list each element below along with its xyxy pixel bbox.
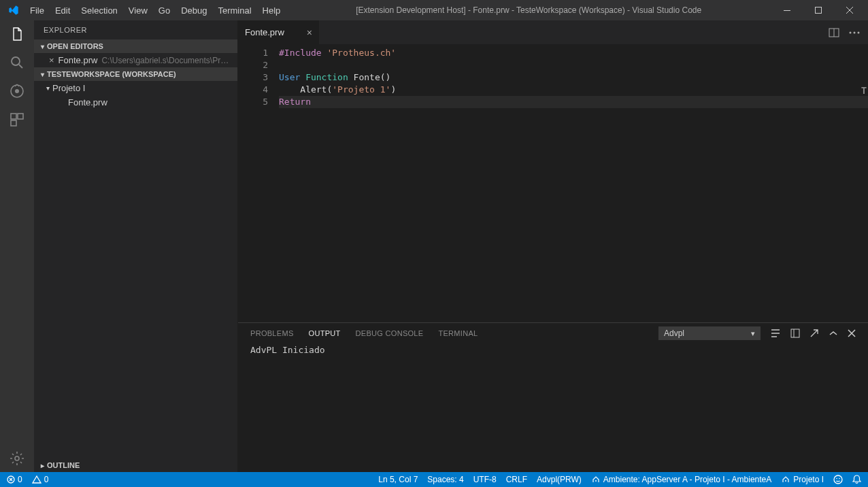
menu-file[interactable]: File (24, 3, 50, 18)
vscode-logo (8, 5, 19, 16)
menu-selection[interactable]: Selection (76, 3, 122, 18)
svg-point-10 (850, 31, 852, 33)
svg-rect-6 (18, 114, 23, 119)
svg-rect-13 (791, 329, 799, 337)
outline-label: OUTLINE (47, 461, 80, 469)
status-feedback-icon[interactable] (833, 475, 843, 484)
search-icon[interactable] (9, 54, 25, 71)
editor-region: Fonte.prw × 12345 #Include 'Protheus.ch'… (238, 20, 868, 472)
status-ambiente[interactable]: Ambiente: AppServer A - Projeto I - Ambi… (591, 475, 771, 484)
chevron-right-icon: ▸ (41, 462, 44, 469)
menu-edit[interactable]: Edit (50, 3, 76, 18)
editor-tab[interactable]: Fonte.prw × (238, 20, 320, 44)
open-editor-filename: Fonte.prw (59, 55, 98, 65)
chevron-down-icon: ▾ (41, 71, 44, 78)
clear-output-icon[interactable] (809, 329, 819, 338)
status-projeto-label: Projeto I (793, 475, 824, 484)
open-editors-header[interactable]: ▾ OPEN EDITORS (34, 39, 237, 53)
close-icon[interactable]: × (307, 27, 312, 38)
svg-rect-1 (816, 7, 822, 14)
folder-label: Projeto I (52, 83, 85, 93)
svg-point-16 (785, 480, 786, 482)
chevron-down-icon: ▾ (41, 43, 44, 50)
status-warnings[interactable]: 0 (32, 475, 49, 484)
file-label: Fonte.prw (68, 97, 107, 107)
svg-point-12 (858, 31, 860, 33)
status-errors-count: 0 (18, 475, 22, 484)
menu-go[interactable]: Go (153, 3, 176, 18)
panel-tab-output[interactable]: OUTPUT (309, 329, 341, 337)
panel-tab-debug-console[interactable]: DEBUG CONSOLE (356, 329, 424, 337)
debug-icon[interactable] (9, 83, 25, 99)
output-channel-select[interactable]: Advpl (658, 326, 761, 340)
open-editor-item[interactable]: × Fonte.prw C:\Users\gabriel.s\Documents… (34, 53, 237, 67)
svg-point-2 (12, 57, 20, 65)
minimize-button[interactable] (771, 0, 803, 20)
svg-point-15 (595, 480, 597, 482)
tab-label: Fonte.prw (245, 27, 284, 37)
close-icon[interactable]: × (49, 55, 54, 65)
menu-view[interactable]: View (123, 3, 153, 18)
maximize-panel-icon[interactable] (829, 331, 838, 336)
statusbar: 0 0 Ln 5, Col 7 Spaces: 4 UTF-8 CRLF Adv… (0, 472, 868, 487)
panel-tab-problems[interactable]: PROBLEMS (250, 329, 294, 337)
code-area[interactable]: #Include 'Protheus.ch'User Function Font… (279, 44, 868, 322)
tabbar: Fonte.prw × (238, 20, 868, 44)
maximize-button[interactable] (803, 0, 834, 20)
window-title: [Extension Development Host] - Fonte.prw… (286, 5, 771, 15)
status-errors[interactable]: 0 (7, 475, 22, 484)
output-select[interactable]: Advpl (658, 326, 761, 340)
status-ambiente-label: Ambiente: AppServer A - Projeto I - Ambi… (603, 475, 771, 484)
titlebar: File Edit Selection View Go Debug Termin… (0, 0, 868, 20)
sidebar-title: EXPLORER (34, 20, 237, 39)
close-panel-icon[interactable] (848, 329, 856, 337)
status-warnings-count: 0 (44, 475, 49, 484)
menu-help[interactable]: Help (257, 3, 286, 18)
line-gutter: 12345 (238, 44, 279, 322)
status-lncol[interactable]: Ln 5, Col 7 (378, 475, 418, 484)
minimap[interactable]: T (860, 85, 868, 96)
settings-gear-icon[interactable] (9, 450, 25, 467)
chevron-down-icon: ▾ (46, 84, 50, 92)
panel-tabs: PROBLEMS OUTPUT DEBUG CONSOLE TERMINAL A… (238, 323, 868, 343)
svg-point-18 (836, 478, 837, 480)
file-item[interactable]: Fonte.prw (34, 95, 237, 110)
status-eol[interactable]: CRLF (506, 475, 527, 484)
svg-point-17 (834, 475, 842, 484)
output-body[interactable]: AdvPL Iniciado (238, 343, 868, 472)
close-button[interactable] (834, 0, 865, 20)
split-editor-icon[interactable] (829, 27, 839, 38)
svg-point-11 (854, 31, 856, 33)
activitybar (0, 20, 34, 472)
open-log-icon[interactable] (790, 329, 800, 338)
toggle-word-wrap-icon[interactable] (770, 328, 781, 339)
menubar: File Edit Selection View Go Debug Termin… (24, 3, 286, 18)
svg-point-4 (15, 89, 19, 93)
more-icon[interactable] (849, 31, 860, 34)
menu-terminal[interactable]: Terminal (212, 3, 256, 18)
svg-point-19 (839, 478, 840, 480)
open-editor-path: C:\Users\gabriel.s\Documents\Projet... (101, 56, 231, 65)
status-bell-icon[interactable] (852, 475, 861, 484)
menu-debug[interactable]: Debug (176, 3, 212, 18)
explorer-icon[interactable] (9, 26, 25, 42)
status-encoding[interactable]: UTF-8 (473, 475, 497, 484)
status-language[interactable]: Advpl(PRW) (537, 475, 582, 484)
svg-rect-0 (784, 10, 790, 11)
panel-tab-terminal[interactable]: TERMINAL (438, 329, 478, 337)
tabbar-actions (820, 20, 868, 44)
folder-item[interactable]: ▾ Projeto I (34, 81, 237, 95)
svg-point-8 (15, 456, 19, 460)
sidebar: EXPLORER ▾ OPEN EDITORS × Fonte.prw C:\U… (34, 20, 238, 472)
project-icon (781, 475, 790, 484)
extensions-icon[interactable] (9, 112, 25, 128)
workspace-header[interactable]: ▾ TESTEWORKSPACE (WORKSPACE) (34, 67, 237, 81)
server-icon (591, 475, 601, 484)
outline-header[interactable]: ▸ OUTLINE (34, 458, 237, 472)
open-editors-label: OPEN EDITORS (47, 42, 103, 50)
status-projeto[interactable]: Projeto I (781, 475, 824, 484)
window-controls (771, 0, 865, 20)
status-spaces[interactable]: Spaces: 4 (427, 475, 463, 484)
editor-body[interactable]: 12345 #Include 'Protheus.ch'User Functio… (238, 44, 868, 322)
svg-rect-5 (11, 114, 16, 119)
